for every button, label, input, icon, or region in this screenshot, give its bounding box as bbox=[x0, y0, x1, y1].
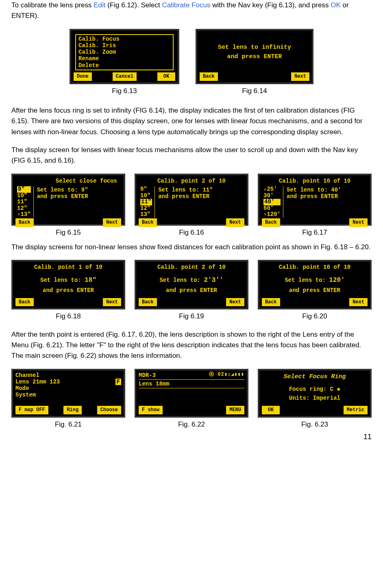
menu-item: Calib. Zoom bbox=[78, 49, 170, 55]
figure-6-22: MDR-3 ⓐ 02▮▯◢▮▮▮ Lens 18mm F show . MENU… bbox=[135, 369, 248, 430]
figure-caption: Fig 6.15 bbox=[56, 227, 81, 238]
list-item: 30' bbox=[263, 193, 281, 199]
lcd-text: Set lens to: 40' bbox=[287, 187, 341, 193]
next-button[interactable]: Next bbox=[103, 218, 121, 227]
figure-caption: Fig 6.13 bbox=[112, 86, 137, 96]
list-item: 60' bbox=[263, 205, 281, 211]
back-button[interactable]: Back bbox=[262, 218, 280, 227]
intro-paragraph: To calibrate the lens press Edit (Fig 6.… bbox=[11, 0, 372, 22]
menu-item: Rename bbox=[78, 55, 170, 62]
menu-line: System bbox=[15, 392, 121, 398]
list-item: 10" bbox=[140, 193, 152, 199]
lcd-text: Units: Imperial bbox=[289, 394, 340, 403]
lcd-text: and press ENTER bbox=[289, 286, 340, 295]
menu-line: Mode bbox=[15, 385, 121, 392]
next-button[interactable]: Next bbox=[103, 298, 121, 307]
back-button[interactable]: Back bbox=[15, 298, 34, 307]
lcd-text: and press ENTER bbox=[166, 286, 217, 295]
menu-line: Channel bbox=[15, 372, 121, 379]
lcd-title: Calib. point 10 of 10 bbox=[262, 177, 368, 186]
figure-caption: Fig 6.17 bbox=[302, 227, 327, 238]
lcd-6-19: Calib. point 2 of 10 Set lens to: 2'3'' … bbox=[135, 260, 248, 309]
metric-button[interactable]: Metric bbox=[344, 406, 368, 414]
next-button[interactable]: Next bbox=[349, 298, 368, 307]
figure-row-2: Select close focus 9" 10" 11" 12" ▿13" S… bbox=[11, 174, 372, 238]
list-item: 10" bbox=[17, 193, 31, 199]
next-button[interactable]: Next bbox=[349, 218, 368, 227]
figure-caption: Fig. 6.22 bbox=[178, 419, 205, 430]
figure-6-23: Select Focus Ring Focus ring: C ◆ Units:… bbox=[258, 369, 372, 430]
list-item: ▵25' bbox=[263, 186, 281, 192]
lens-line: Lens 18mm bbox=[139, 381, 244, 388]
figure-caption: Fig 6.20 bbox=[302, 311, 327, 322]
ok-button[interactable]: OK bbox=[262, 406, 280, 414]
back-button[interactable]: Back bbox=[15, 218, 34, 227]
text: To calibrate the lens press bbox=[11, 1, 94, 9]
paragraph-3: The display screen for lenses with linea… bbox=[11, 145, 372, 166]
text: with the Nav key (Fig 6.13), and press bbox=[210, 1, 331, 9]
figure-caption: Fig 6.16 bbox=[179, 227, 204, 238]
figure-row-4: Channel Lens 21mm 123 F Mode System F ma… bbox=[11, 369, 372, 430]
list-item: 12" bbox=[140, 205, 152, 211]
lcd-6-20: Calib. point 10 of 10 Set lens to: 120' … bbox=[258, 260, 372, 309]
list-item: 11" bbox=[140, 199, 152, 205]
link-calibrate-focus: Calibrate Focus bbox=[162, 1, 210, 9]
list-item: 40' bbox=[263, 199, 281, 205]
figure-row-1: Calib. Focus Calib. Iris Calib. Zoom Ren… bbox=[11, 29, 372, 96]
choose-button[interactable]: Choose bbox=[97, 406, 121, 414]
figure-caption: Fig. 6.23 bbox=[301, 419, 328, 430]
figure-caption: Fig 6.18 bbox=[56, 311, 81, 322]
lcd-text: Set lens to: bbox=[159, 277, 204, 283]
back-button[interactable]: Back bbox=[262, 298, 280, 307]
back-button[interactable]: Back bbox=[139, 218, 157, 227]
cancel-button[interactable]: Cancel bbox=[113, 72, 137, 81]
figure-6-17: Calib. point 10 of 10 ▵25' 30' 40' 60' ▿… bbox=[258, 174, 372, 238]
lcd-text: and press ENTER bbox=[227, 52, 282, 61]
lcd-text: Set lens to infinity bbox=[218, 43, 291, 52]
figure-6-14: Set lens to infinity and press ENTER Bac… bbox=[196, 29, 313, 96]
list-item: 9" bbox=[17, 186, 31, 192]
paragraph-5: After the tenth point is entered (Fig. 6… bbox=[11, 329, 372, 362]
menu-item: Calib. Focus bbox=[78, 36, 170, 42]
ok-button[interactable]: OK bbox=[157, 72, 175, 81]
fmap-button[interactable]: F map OFF bbox=[15, 406, 48, 414]
menu-button[interactable]: MENU bbox=[226, 406, 244, 414]
list-item: 13" bbox=[140, 211, 152, 218]
lcd-6-22: MDR-3 ⓐ 02▮▯◢▮▮▮ Lens 18mm F show . MENU bbox=[135, 369, 248, 418]
lcd-value: 120' bbox=[329, 277, 344, 284]
lcd-text: Set lens to: 9" bbox=[37, 187, 88, 193]
next-button[interactable]: Next bbox=[291, 72, 309, 81]
back-button[interactable]: Back bbox=[139, 298, 157, 307]
lcd-value: 18" bbox=[85, 277, 96, 284]
list-item: 9" bbox=[140, 186, 152, 192]
link-ok: OK bbox=[331, 1, 341, 9]
link-edit: Edit bbox=[94, 1, 105, 9]
figure-caption: Fig. 6.21 bbox=[55, 419, 82, 430]
lcd-6-13: Calib. Focus Calib. Iris Calib. Zoom Ren… bbox=[70, 29, 179, 84]
distance-list: 9" 10" 11" 12" 13" bbox=[140, 186, 155, 218]
device-label: MDR-3 bbox=[139, 372, 156, 379]
menu-item: Delete bbox=[78, 62, 170, 69]
lcd-6-18: Calib. point 1 of 10 Set lens to: 18" an… bbox=[11, 260, 125, 309]
paragraph-2: After the lens focus ring is set to infi… bbox=[11, 105, 372, 137]
back-button[interactable]: Back bbox=[200, 72, 218, 81]
done-button[interactable]: Done bbox=[74, 72, 92, 81]
lcd-6-14: Set lens to infinity and press ENTER Bac… bbox=[196, 29, 313, 84]
figure-6-16: Calib. point 2 of 10 9" 10" 11" 12" 13" … bbox=[135, 174, 248, 238]
edit-menu: Calib. Focus Calib. Iris Calib. Zoom Ren… bbox=[75, 34, 174, 70]
lcd-title: Calib. point 10 of 10 bbox=[262, 263, 368, 272]
fshow-button[interactable]: F show bbox=[139, 406, 163, 414]
figure-6-19: Calib. point 2 of 10 Set lens to: 2'3'' … bbox=[135, 260, 248, 322]
figure-6-18: Calib. point 1 of 10 Set lens to: 18" an… bbox=[11, 260, 125, 322]
page-number: 11 bbox=[11, 431, 372, 443]
next-button[interactable]: Next bbox=[226, 298, 244, 307]
lcd-6-15: Select close focus 9" 10" 11" 12" ▿13" S… bbox=[11, 174, 125, 226]
lcd-6-16: Calib. point 2 of 10 9" 10" 11" 12" 13" … bbox=[135, 174, 248, 226]
distance-list: 9" 10" 11" 12" ▿13" bbox=[17, 186, 34, 218]
status-icons: ⓐ 02▮▯◢▮▮▮ bbox=[209, 372, 244, 379]
ring-button[interactable]: Ring bbox=[63, 406, 82, 414]
paragraph-4: The display screens for non-linear lense… bbox=[11, 242, 372, 253]
lcd-title: Select close focus bbox=[15, 177, 121, 186]
list-item: ▿13" bbox=[17, 211, 31, 218]
next-button[interactable]: Next bbox=[226, 218, 244, 227]
